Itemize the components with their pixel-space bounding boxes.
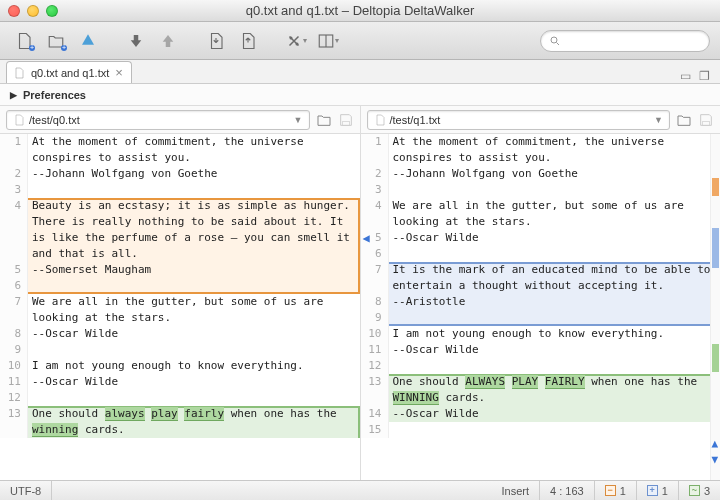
encoding-status[interactable]: UTF-8 bbox=[0, 481, 52, 500]
chevron-down-icon[interactable]: ▼ bbox=[294, 115, 303, 125]
code-text: We are all in the gutter, but some of us… bbox=[28, 294, 360, 326]
code-text: --Oscar Wilde bbox=[389, 342, 479, 358]
nav-up-icon[interactable]: ▲ bbox=[711, 436, 718, 452]
code-line[interactable]: 8--Aristotle bbox=[361, 294, 721, 310]
code-line[interactable]: 1At the moment of commitment, the univer… bbox=[361, 134, 721, 166]
left-file-path-input[interactable]: /test/q0.txt ▼ bbox=[6, 110, 310, 130]
browse-folder-button[interactable] bbox=[676, 112, 692, 128]
code-line[interactable]: 10I am not young enough to know everythi… bbox=[361, 326, 721, 342]
gutter-line-number: 1 bbox=[0, 134, 28, 166]
code-text: --Oscar Wilde bbox=[28, 326, 118, 342]
gutter-line-number: 4 bbox=[361, 198, 389, 230]
code-line[interactable]: 3 bbox=[361, 182, 721, 198]
search-input[interactable] bbox=[540, 30, 710, 52]
code-text: --Oscar Wilde bbox=[389, 230, 479, 246]
file-icon bbox=[13, 113, 25, 127]
code-line[interactable]: 7It is the mark of an educated mind to b… bbox=[361, 262, 721, 294]
gutter-line-number: 8 bbox=[361, 294, 389, 310]
code-line[interactable]: 12 bbox=[361, 358, 721, 374]
gutter-line-number: 6 bbox=[0, 278, 28, 294]
file-icon bbox=[374, 113, 386, 127]
edit-mode-status[interactable]: Insert bbox=[491, 481, 540, 500]
save-button[interactable] bbox=[338, 112, 354, 128]
code-line[interactable]: 9 bbox=[361, 310, 721, 326]
code-line[interactable]: 13One should ALWAYS PLAY FAIRLY when one… bbox=[361, 374, 721, 406]
gutter-line-number: 6 bbox=[361, 246, 389, 262]
chevron-down-icon[interactable]: ▼ bbox=[654, 115, 663, 125]
inline-diff-word: ALWAYS bbox=[465, 375, 505, 389]
export-right-button[interactable] bbox=[234, 28, 262, 54]
code-line[interactable]: 13One should always play fairly when one… bbox=[0, 406, 360, 438]
changed-count[interactable]: ~3 bbox=[679, 481, 720, 500]
code-line[interactable]: 15 bbox=[361, 422, 721, 438]
code-text: Beauty is an ecstasy; it is as simple as… bbox=[28, 198, 360, 262]
gutter-line-number: 1 bbox=[361, 134, 389, 166]
svg-rect-6 bbox=[342, 121, 349, 125]
code-line[interactable]: 5--Oscar Wilde bbox=[361, 230, 721, 246]
code-line[interactable]: 9 bbox=[0, 342, 360, 358]
document-tab[interactable]: q0.txt and q1.txt × bbox=[6, 61, 132, 83]
left-editor[interactable]: 1At the moment of commitment, the univer… bbox=[0, 134, 360, 480]
new-folder-button[interactable]: + bbox=[42, 28, 70, 54]
code-text bbox=[389, 310, 393, 326]
code-text: One should ALWAYS PLAY FAIRLY when one h… bbox=[389, 374, 721, 406]
code-line[interactable]: 11--Oscar Wilde bbox=[361, 342, 721, 358]
browse-folder-button[interactable] bbox=[316, 112, 332, 128]
svg-point-0 bbox=[290, 36, 293, 39]
code-line[interactable]: 12 bbox=[0, 390, 360, 406]
overview-ruler[interactable]: ▲ ▼ bbox=[710, 134, 720, 480]
code-line[interactable]: 2--Johann Wolfgang von Goethe bbox=[361, 166, 721, 182]
gutter-line-number: 5 bbox=[0, 262, 28, 278]
title-bar: q0.txt and q1.txt – Deltopia DeltaWalker bbox=[0, 0, 720, 22]
arrow-down-icon[interactable] bbox=[122, 28, 150, 54]
code-line[interactable]: 6 bbox=[0, 278, 360, 294]
code-text bbox=[389, 422, 393, 438]
right-editor[interactable]: 1At the moment of commitment, the univer… bbox=[361, 134, 721, 480]
tab-bar: q0.txt and q1.txt × ▭ ❐ bbox=[0, 60, 720, 84]
minimize-window-button[interactable] bbox=[27, 5, 39, 17]
save-button[interactable] bbox=[698, 112, 714, 128]
added-count[interactable]: +1 bbox=[637, 481, 679, 500]
deleted-count[interactable]: −1 bbox=[595, 481, 637, 500]
code-line[interactable]: 5--Somerset Maugham bbox=[0, 262, 360, 278]
code-line[interactable]: 2--Johann Wolfgang von Goethe bbox=[0, 166, 360, 182]
left-file-bar: /test/q0.txt ▼ bbox=[0, 106, 360, 134]
code-line[interactable]: 4Beauty is an ecstasy; it is as simple a… bbox=[0, 198, 360, 262]
svg-point-1 bbox=[296, 42, 299, 45]
nav-down-icon[interactable]: ▼ bbox=[711, 452, 718, 468]
cursor-position-status: 4 : 163 bbox=[540, 481, 595, 500]
close-window-button[interactable] bbox=[8, 5, 20, 17]
right-file-bar: /test/q1.txt ▼ bbox=[361, 106, 721, 134]
window-title: q0.txt and q1.txt – Deltopia DeltaWalker bbox=[0, 3, 720, 18]
code-line[interactable]: 8--Oscar Wilde bbox=[0, 326, 360, 342]
new-file-button[interactable]: + bbox=[10, 28, 38, 54]
settings-button[interactable]: ▾ bbox=[282, 28, 310, 54]
gutter-line-number: 10 bbox=[0, 358, 28, 374]
arrow-up-icon[interactable] bbox=[154, 28, 182, 54]
export-left-button[interactable] bbox=[202, 28, 230, 54]
code-line[interactable]: 10I am not young enough to know everythi… bbox=[0, 358, 360, 374]
code-line[interactable]: 1At the moment of commitment, the univer… bbox=[0, 134, 360, 166]
disclosure-triangle-icon[interactable]: ▶ bbox=[10, 90, 17, 100]
zoom-window-button[interactable] bbox=[46, 5, 58, 17]
code-line[interactable]: 4We are all in the gutter, but some of u… bbox=[361, 198, 721, 230]
close-tab-icon[interactable]: × bbox=[115, 65, 123, 80]
restore-pane-icon[interactable]: ❐ bbox=[699, 69, 710, 83]
sync-button[interactable] bbox=[74, 28, 102, 54]
code-text: It is the mark of an educated mind to be… bbox=[389, 262, 721, 294]
right-file-path-input[interactable]: /test/q1.txt ▼ bbox=[367, 110, 671, 130]
layout-button[interactable]: ▾ bbox=[314, 28, 342, 54]
code-line[interactable]: 14--Oscar Wilde bbox=[361, 406, 721, 422]
code-text bbox=[389, 358, 393, 374]
code-line[interactable]: 11--Oscar Wilde bbox=[0, 374, 360, 390]
gutter-line-number: 12 bbox=[0, 390, 28, 406]
code-line[interactable]: 7We are all in the gutter, but some of u… bbox=[0, 294, 360, 326]
preferences-bar[interactable]: ▶ Preferences bbox=[0, 84, 720, 106]
inline-diff-word: WINNING bbox=[393, 391, 439, 405]
code-line[interactable]: 6 bbox=[361, 246, 721, 262]
minimize-pane-icon[interactable]: ▭ bbox=[680, 69, 691, 83]
merge-left-arrow-icon[interactable]: ◀ bbox=[363, 230, 370, 246]
diff-panes: /test/q0.txt ▼ 1At the moment of commitm… bbox=[0, 106, 720, 480]
gutter-line-number: 2 bbox=[0, 166, 28, 182]
code-line[interactable]: 3 bbox=[0, 182, 360, 198]
